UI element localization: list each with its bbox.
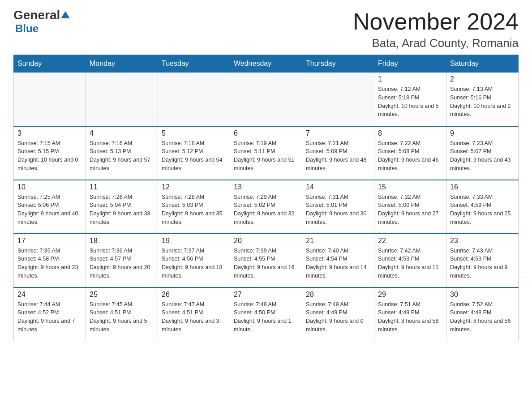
day-info: Sunrise: 7:44 AM Sunset: 4:52 PM Dayligh… — [17, 300, 82, 334]
calendar-cell: 24Sunrise: 7:44 AM Sunset: 4:52 PM Dayli… — [14, 287, 86, 341]
calendar-header-thursday: Thursday — [302, 55, 374, 73]
day-number: 21 — [306, 237, 370, 245]
calendar-cell: 26Sunrise: 7:47 AM Sunset: 4:51 PM Dayli… — [158, 287, 230, 341]
page-header: General Blue November 2024 Bata, Arad Co… — [13, 9, 519, 50]
day-info: Sunrise: 7:39 AM Sunset: 4:55 PM Dayligh… — [234, 247, 298, 280]
day-number: 29 — [378, 291, 442, 299]
day-number: 2 — [450, 75, 515, 83]
calendar-cell: 15Sunrise: 7:32 AM Sunset: 5:00 PM Dayli… — [374, 180, 446, 234]
day-number: 13 — [234, 183, 298, 191]
calendar-cell: 6Sunrise: 7:19 AM Sunset: 5:11 PM Daylig… — [230, 126, 302, 180]
day-info: Sunrise: 7:18 AM Sunset: 5:12 PM Dayligh… — [162, 139, 226, 173]
day-number: 18 — [90, 237, 154, 245]
calendar-cell: 10Sunrise: 7:25 AM Sunset: 5:06 PM Dayli… — [14, 180, 86, 234]
calendar-cell: 12Sunrise: 7:28 AM Sunset: 5:03 PM Dayli… — [158, 180, 230, 234]
calendar-week-row-2: 3Sunrise: 7:15 AM Sunset: 5:15 PM Daylig… — [14, 126, 519, 180]
day-number: 9 — [450, 129, 515, 137]
day-info: Sunrise: 7:21 AM Sunset: 5:09 PM Dayligh… — [306, 139, 370, 173]
calendar-cell: 18Sunrise: 7:36 AM Sunset: 4:57 PM Dayli… — [86, 234, 158, 287]
calendar-cell: 14Sunrise: 7:31 AM Sunset: 5:01 PM Dayli… — [302, 180, 374, 234]
day-number: 8 — [378, 129, 442, 137]
day-info: Sunrise: 7:49 AM Sunset: 4:49 PM Dayligh… — [306, 300, 370, 334]
location: Bata, Arad County, Romania — [353, 36, 519, 50]
day-number: 23 — [450, 237, 515, 245]
day-info: Sunrise: 7:31 AM Sunset: 5:01 PM Dayligh… — [306, 193, 370, 227]
calendar-cell: 11Sunrise: 7:26 AM Sunset: 5:04 PM Dayli… — [86, 180, 158, 234]
title-section: November 2024 Bata, Arad County, Romania — [353, 9, 519, 50]
calendar-cell — [86, 73, 158, 126]
day-number: 4 — [90, 129, 154, 137]
calendar-header-sunday: Sunday — [14, 55, 86, 73]
day-info: Sunrise: 7:33 AM Sunset: 4:59 PM Dayligh… — [450, 193, 515, 227]
calendar-cell: 30Sunrise: 7:52 AM Sunset: 4:48 PM Dayli… — [446, 287, 519, 341]
day-info: Sunrise: 7:25 AM Sunset: 5:06 PM Dayligh… — [17, 193, 82, 227]
day-info: Sunrise: 7:12 AM Sunset: 5:18 PM Dayligh… — [378, 85, 442, 119]
day-number: 17 — [17, 237, 82, 245]
day-number: 25 — [90, 291, 154, 299]
day-info: Sunrise: 7:22 AM Sunset: 5:08 PM Dayligh… — [378, 139, 442, 173]
day-info: Sunrise: 7:52 AM Sunset: 4:48 PM Dayligh… — [450, 300, 515, 334]
day-info: Sunrise: 7:51 AM Sunset: 4:49 PM Dayligh… — [378, 300, 442, 334]
day-number: 11 — [90, 183, 154, 191]
day-info: Sunrise: 7:48 AM Sunset: 4:50 PM Dayligh… — [234, 300, 298, 334]
day-number: 3 — [17, 129, 82, 137]
calendar-header-row: SundayMondayTuesdayWednesdayThursdayFrid… — [14, 55, 519, 73]
calendar-cell: 4Sunrise: 7:16 AM Sunset: 5:13 PM Daylig… — [86, 126, 158, 180]
day-number: 14 — [306, 183, 370, 191]
calendar-cell: 16Sunrise: 7:33 AM Sunset: 4:59 PM Dayli… — [446, 180, 519, 234]
logo: General Blue — [13, 9, 70, 35]
calendar-cell: 7Sunrise: 7:21 AM Sunset: 5:09 PM Daylig… — [302, 126, 374, 180]
day-number: 6 — [234, 129, 298, 137]
day-number: 16 — [450, 183, 515, 191]
calendar-cell — [158, 73, 230, 126]
day-info: Sunrise: 7:42 AM Sunset: 4:53 PM Dayligh… — [378, 247, 442, 280]
day-number: 7 — [306, 129, 370, 137]
day-number: 19 — [162, 237, 226, 245]
day-info: Sunrise: 7:28 AM Sunset: 5:03 PM Dayligh… — [162, 193, 226, 227]
day-number: 1 — [378, 75, 442, 83]
calendar-week-row-5: 24Sunrise: 7:44 AM Sunset: 4:52 PM Dayli… — [14, 287, 519, 341]
calendar-header-wednesday: Wednesday — [230, 55, 302, 73]
day-number: 5 — [162, 129, 226, 137]
day-number: 20 — [234, 237, 298, 245]
day-number: 10 — [17, 183, 82, 191]
calendar-cell — [230, 73, 302, 126]
day-info: Sunrise: 7:19 AM Sunset: 5:11 PM Dayligh… — [234, 139, 298, 173]
day-number: 30 — [450, 291, 515, 299]
calendar-header-friday: Friday — [374, 55, 446, 73]
month-title: November 2024 — [353, 9, 519, 34]
day-number: 27 — [234, 291, 298, 299]
calendar-table: SundayMondayTuesdayWednesdayThursdayFrid… — [13, 55, 519, 341]
calendar-week-row-1: 1Sunrise: 7:12 AM Sunset: 5:18 PM Daylig… — [14, 73, 519, 126]
logo-general: General — [13, 9, 60, 21]
calendar-header-monday: Monday — [86, 55, 158, 73]
day-info: Sunrise: 7:45 AM Sunset: 4:51 PM Dayligh… — [90, 300, 154, 334]
day-number: 24 — [17, 291, 82, 299]
day-info: Sunrise: 7:15 AM Sunset: 5:15 PM Dayligh… — [17, 139, 82, 173]
calendar-cell: 29Sunrise: 7:51 AM Sunset: 4:49 PM Dayli… — [374, 287, 446, 341]
calendar-cell: 21Sunrise: 7:40 AM Sunset: 4:54 PM Dayli… — [302, 234, 374, 287]
calendar-week-row-3: 10Sunrise: 7:25 AM Sunset: 5:06 PM Dayli… — [14, 180, 519, 234]
calendar-cell: 8Sunrise: 7:22 AM Sunset: 5:08 PM Daylig… — [374, 126, 446, 180]
calendar-cell: 23Sunrise: 7:43 AM Sunset: 4:53 PM Dayli… — [446, 234, 519, 287]
calendar-cell: 19Sunrise: 7:37 AM Sunset: 4:56 PM Dayli… — [158, 234, 230, 287]
day-number: 22 — [378, 237, 442, 245]
calendar-week-row-4: 17Sunrise: 7:35 AM Sunset: 4:58 PM Dayli… — [14, 234, 519, 287]
day-number: 26 — [162, 291, 226, 299]
day-info: Sunrise: 7:23 AM Sunset: 5:07 PM Dayligh… — [450, 139, 515, 173]
calendar-cell — [302, 73, 374, 126]
day-info: Sunrise: 7:47 AM Sunset: 4:51 PM Dayligh… — [162, 300, 226, 334]
calendar-cell: 20Sunrise: 7:39 AM Sunset: 4:55 PM Dayli… — [230, 234, 302, 287]
calendar-cell: 25Sunrise: 7:45 AM Sunset: 4:51 PM Dayli… — [86, 287, 158, 341]
logo-triangle-icon — [61, 10, 70, 19]
day-number: 12 — [162, 183, 226, 191]
calendar-cell: 1Sunrise: 7:12 AM Sunset: 5:18 PM Daylig… — [374, 73, 446, 126]
calendar-cell: 2Sunrise: 7:13 AM Sunset: 5:16 PM Daylig… — [446, 73, 519, 126]
day-number: 15 — [378, 183, 442, 191]
day-info: Sunrise: 7:13 AM Sunset: 5:16 PM Dayligh… — [450, 85, 515, 119]
day-info: Sunrise: 7:16 AM Sunset: 5:13 PM Dayligh… — [90, 139, 154, 173]
day-number: 28 — [306, 291, 370, 299]
day-info: Sunrise: 7:43 AM Sunset: 4:53 PM Dayligh… — [450, 247, 515, 280]
calendar-cell: 17Sunrise: 7:35 AM Sunset: 4:58 PM Dayli… — [14, 234, 86, 287]
day-info: Sunrise: 7:26 AM Sunset: 5:04 PM Dayligh… — [90, 193, 154, 227]
